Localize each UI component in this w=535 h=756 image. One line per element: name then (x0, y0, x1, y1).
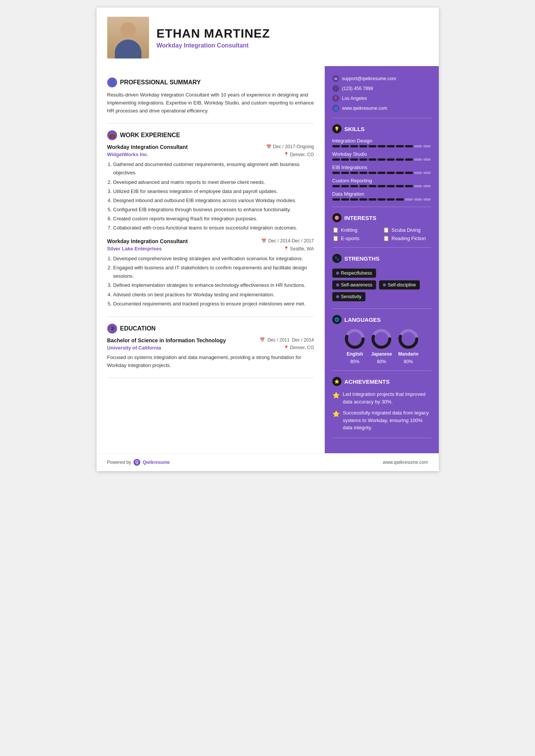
bullet: Created custom reports leveraging RaaS f… (113, 215, 314, 223)
email-icon: ✉ (332, 75, 339, 82)
contact-location: 📍 Los Angeles (332, 95, 431, 102)
achievement-1: ⭐ Led integration projects that improved… (332, 391, 431, 405)
divider-2 (107, 316, 314, 317)
svg-point-8 (403, 334, 413, 344)
achievements-icon: ⭐ (332, 377, 341, 386)
edu-description: Focused on systems integration and data … (107, 354, 314, 370)
candidate-title: Workday Integration Consultant (157, 42, 270, 49)
interest-3-icon: 📋 (332, 235, 339, 241)
work-experience-section: 💼 WORK EXPERIENCE Workday Integration Co… (107, 130, 314, 308)
skill-3: EIB Integrations (332, 164, 431, 174)
language-1: English 80% (344, 329, 365, 364)
location-icon: 📍 (332, 95, 339, 102)
skill-1: Integration Design (332, 138, 431, 147)
skills-section: 💡 SKILLS Integration Design Workday Stud… (332, 124, 431, 201)
bullet: Developed comprehensive testing strategi… (113, 255, 314, 263)
footer-website: www.qwikresume.com (383, 460, 428, 465)
contact-section: ✉ support@qwikresume.com 📞 (123) 456 789… (332, 75, 431, 112)
skill-1-bar (332, 145, 431, 147)
interest-3: 📋 E-sports (332, 235, 381, 241)
job-2-bullets: Developed comprehensive testing strategi… (107, 255, 314, 308)
divider-1 (107, 123, 314, 123)
job-1-title: Workday Integration Consultant (107, 144, 188, 150)
divider-3 (107, 378, 314, 378)
language-3-chart (398, 329, 419, 349)
edu-degree: Bachelor of Science in Information Techn… (107, 337, 226, 343)
languages-title: 🌐 LANGUAGES (332, 315, 431, 324)
powered-by-label: Powered by (107, 460, 131, 465)
bullet: Collaborated with cross-functional teams… (113, 224, 314, 232)
strength-2: Self-awareness (332, 280, 376, 289)
footer-right: www.qwikresume.com (383, 460, 428, 465)
strength-4: Sensitivity (332, 292, 365, 301)
education-section: 🎓 EDUCATION Bachelor of Science in Infor… (107, 324, 314, 370)
achievement-2: ⭐ Successfully migrated data from legacy… (332, 409, 431, 432)
candidate-name: ETHAN MARTINEZ (157, 27, 270, 41)
skill-5: Data Migration (332, 191, 431, 201)
job-2: Workday Integration Consultant 📅 Dec / 2… (107, 238, 314, 308)
interest-4: 📋 Reading Fiction (383, 235, 431, 241)
footer-brand: Qwikresume (143, 460, 170, 465)
bullet: Engaged with business and IT stakeholder… (113, 264, 314, 280)
main-content: 👤 PROFESSIONAL SUMMARY Results-driven Wo… (97, 66, 439, 453)
skill-2-bar (332, 158, 431, 161)
work-experience-title: 💼 WORK EXPERIENCE (107, 130, 314, 140)
strength-1: Respectfulness (332, 269, 376, 278)
contact-website: 🌐 www.qwikresume.com (332, 105, 431, 112)
bullet: Advised clients on best practices for Wo… (113, 291, 314, 299)
job-2-company: Silver Lake Enterprises (107, 246, 162, 251)
bullet: Configured EIB integrations through busi… (113, 206, 314, 214)
job-2-title: Workday Integration Consultant (107, 238, 188, 244)
edu-location: 📍 Denver, CO (284, 345, 314, 350)
svg-point-5 (376, 334, 386, 344)
edu-institution: University of California (107, 345, 161, 351)
right-panel: ✉ support@qwikresume.com 📞 (123) 456 789… (325, 66, 439, 453)
education-icon: 🎓 (107, 324, 117, 334)
languages-icon: 🌐 (332, 315, 341, 324)
achievement-1-icon: ⭐ (332, 391, 340, 405)
skill-5-bar (332, 198, 431, 201)
interest-2-icon: 📋 (383, 227, 389, 233)
job-2-date: 📅 Dec / 2014-Dec / 2017 (261, 238, 314, 244)
language-1-chart (344, 329, 365, 349)
work-icon: 💼 (107, 130, 117, 140)
right-divider-5 (332, 370, 431, 371)
skill-4-bar (332, 185, 431, 187)
right-divider-3 (332, 247, 431, 248)
right-divider-2 (332, 207, 431, 207)
interests-section: 🎯 INTERESTS 📋 Knitting 📋 Scuba Diving 📋 … (332, 213, 431, 241)
summary-text: Results-driven Workday Integration Consu… (107, 91, 314, 115)
job-1: Workday Integration Consultant 📅 Dec / 2… (107, 144, 314, 232)
strengths-tags: Respectfulness Self-awareness Self-disci… (332, 267, 431, 302)
bullet: Designed inbound and outbound EIB integr… (113, 196, 314, 205)
job-1-location: 📍 Denver, CO (284, 152, 314, 157)
resume-header: ETHAN MARTINEZ Workday Integration Consu… (97, 8, 439, 66)
skill-4: Custom Reporting (332, 178, 431, 187)
left-panel: 👤 PROFESSIONAL SUMMARY Results-driven Wo… (97, 66, 325, 453)
bullet: Utilized EIB for seamless integration of… (113, 187, 314, 196)
interest-2: 📋 Scuba Diving (383, 227, 431, 233)
summary-title: 👤 PROFESSIONAL SUMMARY (107, 77, 314, 87)
bullet: Documented requirements and tracked prog… (113, 300, 314, 308)
bullet: Defined implementation strategies to enh… (113, 281, 314, 289)
right-divider-1 (332, 118, 431, 118)
achievements-title: ⭐ ACHIEVEMENTS (332, 377, 431, 386)
education-title: 🎓 EDUCATION (107, 324, 314, 334)
interest-1-icon: 📋 (332, 227, 339, 233)
bullet: Gathered and documented customer require… (113, 160, 314, 177)
footer: Powered by Q Qwikresume www.qwikresume.c… (97, 453, 439, 471)
website-icon: 🌐 (332, 105, 339, 112)
bullet: Developed advanced and matrix reports to… (113, 178, 314, 187)
strength-3: Self-discipline (379, 280, 420, 289)
strengths-title: 🐾 STRENGTHS (332, 254, 431, 263)
edu-item-1: Bachelor of Science in Information Techn… (107, 337, 314, 370)
contact-phone: 📞 (123) 456 7899 (332, 85, 431, 92)
achievement-2-icon: ⭐ (332, 410, 340, 432)
languages-row: English 80% Japanese 80% (332, 329, 431, 364)
interest-1: 📋 Knitting (332, 227, 381, 233)
job-1-date: 📅 Dec / 2017-Ongoing (266, 144, 314, 149)
interest-4-icon: 📋 (383, 235, 389, 241)
language-3: Mandarin 80% (398, 329, 419, 364)
language-2-chart (371, 329, 392, 349)
avatar (107, 17, 149, 59)
